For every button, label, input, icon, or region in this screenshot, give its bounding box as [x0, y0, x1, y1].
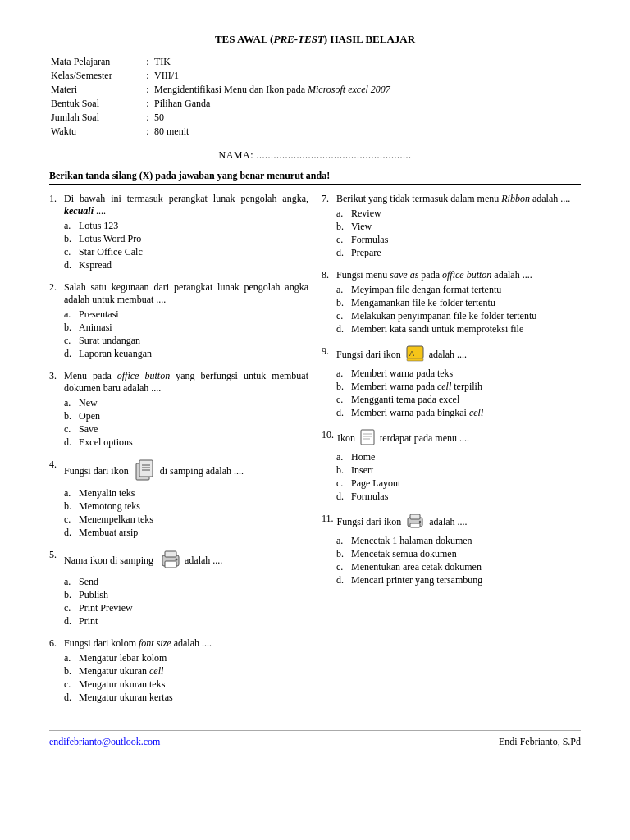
q6-num: 6. [49, 637, 61, 650]
question-11: 11. Fungsi dari ikon adalah .... [322, 513, 581, 587]
list-item: a.Lotus 123 [64, 220, 308, 232]
q8-options: a.Meyimpan file dengan format tertentu b… [336, 284, 581, 336]
q4-body: Fungsi dari ikon di samping adalah .... [64, 459, 308, 485]
list-item: c.Surat undangan [64, 335, 308, 347]
list-item: d.Prepare [336, 247, 581, 259]
question-8: 8. Fungsi menu save as pada office butto… [322, 269, 581, 336]
svg-rect-11 [407, 358, 423, 361]
list-item: c.Star Office Calc [64, 246, 308, 258]
list-item: b.Memotong teks [64, 500, 308, 513]
list-item: d.Kspread [64, 259, 308, 272]
q3-num: 3. [49, 370, 61, 395]
list-item: a.Menyalin teks [64, 487, 308, 500]
list-item: d.Formulas [336, 491, 581, 503]
q3-body: Menu pada office button yang berfungsi u… [64, 370, 308, 395]
list-item: b.View [336, 221, 581, 233]
list-item: b.Insert [336, 464, 581, 477]
q4-options: a.Menyalin teks b.Memotong teks c.Menemp… [64, 487, 308, 539]
svg-rect-6 [165, 551, 176, 557]
q2-options: a.Presentasi b.Animasi c.Surat undangan … [64, 308, 308, 360]
list-item: a.Send [64, 576, 308, 588]
q5-options: a.Send b.Publish c.Print Preview d.Print [64, 576, 308, 628]
question-5: 5. Nama ikon di samping adalah .... [49, 549, 308, 628]
list-item: d.Membuat arsip [64, 527, 308, 539]
q7-body: Berikut yang tidak termasuk dalam menu R… [336, 193, 581, 205]
question-1: 1. Di bawah ini termasuk perangkat lunak… [49, 193, 308, 272]
list-item: c.Save [64, 423, 308, 436]
question-10: 10. Ikon terdapat pada menu .... [322, 429, 581, 503]
svg-text:A: A [409, 349, 414, 358]
question-7: 7. Berikut yang tidak termasuk dalam men… [322, 193, 581, 259]
list-item: b.Publish [64, 589, 308, 601]
copy-icon [135, 459, 158, 485]
q9-options: a.Memberi warna pada teks b.Memberi warn… [336, 368, 581, 419]
list-item: a.Presentasi [64, 308, 308, 321]
q1-options: a.Lotus 123 b.Lotus Word Pro c.Star Offi… [64, 220, 308, 272]
list-item: b.Mengatur ukuran cell [64, 665, 308, 678]
left-column: 1. Di bawah ini termasuk perangkat lunak… [49, 193, 308, 714]
q4-num: 4. [49, 459, 61, 485]
list-item: d.Memberi warna pada bingkai cell [336, 407, 581, 419]
question-2: 2. Salah satu kegunaan dari perangkat lu… [49, 281, 308, 360]
right-column: 7. Berikut yang tidak termasuk dalam men… [322, 193, 581, 714]
q1-body: Di bawah ini termasuk perangkat lunak pe… [64, 193, 308, 217]
list-item: d.Memberi kata sandi untuk memproteksi f… [336, 323, 581, 336]
q11-body: Fungsi dari ikon adalah .... [337, 513, 581, 532]
list-item: d.Laporan keuangan [64, 348, 308, 360]
list-item: c.Print Preview [64, 602, 308, 614]
list-item: a.Memberi warna pada teks [336, 368, 581, 380]
list-item: b.Memberi warna pada cell terpilih [336, 381, 581, 393]
instruction: Berikan tanda silang (X) pada jawaban ya… [49, 170, 581, 185]
question-6: 6. Fungsi dari kolom font size adalah ..… [49, 637, 308, 704]
svg-point-8 [175, 559, 177, 561]
svg-point-19 [419, 521, 421, 523]
list-item: c.Page Layout [336, 477, 581, 490]
q10-num: 10. [322, 429, 334, 449]
svg-rect-17 [410, 514, 420, 519]
q7-num: 7. [322, 193, 333, 205]
question-9: 9. Fungsi dari ikon A adalah .... a.Memb… [322, 345, 581, 419]
print-small-icon [406, 513, 424, 532]
q11-num: 11. [322, 513, 334, 532]
list-item: c.Mengatur ukuran teks [64, 678, 308, 691]
questions-container: 1. Di bawah ini termasuk perangkat lunak… [49, 193, 581, 714]
page-title: TES AWAL (PRE-TEST) HASIL BELAJAR [49, 33, 581, 46]
list-item: b.Open [64, 410, 308, 422]
q6-options: a.Mengatur lebar kolom b.Mengatur ukuran… [64, 652, 308, 704]
q5-num: 5. [49, 549, 61, 573]
q9-num: 9. [322, 345, 333, 365]
list-item: d.Print [64, 615, 308, 628]
list-item: c.Formulas [336, 234, 581, 246]
email-link[interactable]: endifebrianto@outlook.com [49, 736, 160, 748]
q9-body: Fungsi dari ikon A adalah .... [336, 345, 581, 365]
q2-body: Salah satu kegunaan dari perangkat lunak… [64, 281, 308, 306]
list-item: a.Meyimpan file dengan format tertentu [336, 284, 581, 296]
q8-num: 8. [322, 269, 333, 281]
svg-rect-7 [165, 561, 176, 568]
list-item: a.Mengatur lebar kolom [64, 652, 308, 664]
list-item: c.Melakukan penyimpanan file ke folder t… [336, 310, 581, 322]
question-3: 3. Menu pada office button yang berfungs… [49, 370, 308, 449]
list-item: a.Review [336, 208, 581, 220]
meta-info: Mata Pelajaran : TIK Kelas/Semester : VI… [49, 54, 392, 139]
printer-icon [159, 549, 182, 573]
q5-body: Nama ikon di samping adalah .... [64, 549, 308, 573]
footer: endifebrianto@outlook.com Endi Febrianto… [49, 730, 581, 748]
q8-body: Fungsi menu save as pada office button a… [336, 269, 581, 281]
list-item: d.Mencari printer yang tersambung [336, 574, 581, 587]
list-item: c.Menempelkan teks [64, 514, 308, 526]
list-item: c.Menentukan area cetak dokumen [336, 561, 581, 573]
list-item: a.New [64, 397, 308, 409]
list-item: a.Home [336, 451, 581, 463]
fill-color-icon: A [406, 345, 424, 365]
svg-rect-18 [410, 523, 420, 527]
q10-body: Ikon terdapat pada menu .... [337, 429, 581, 449]
author-name: Endi Febrianto, S.Pd [499, 736, 581, 748]
q6-body: Fungsi dari kolom font size adalah .... [64, 637, 308, 650]
svg-rect-12 [361, 430, 374, 445]
list-item: b.Lotus Word Pro [64, 233, 308, 245]
q1-num: 1. [49, 193, 61, 217]
q10-options: a.Home b.Insert c.Page Layout d.Formulas [336, 451, 581, 503]
list-item: d.Mengatur ukuran kertas [64, 692, 308, 704]
nama-line: NAMA: ..................................… [49, 149, 581, 162]
